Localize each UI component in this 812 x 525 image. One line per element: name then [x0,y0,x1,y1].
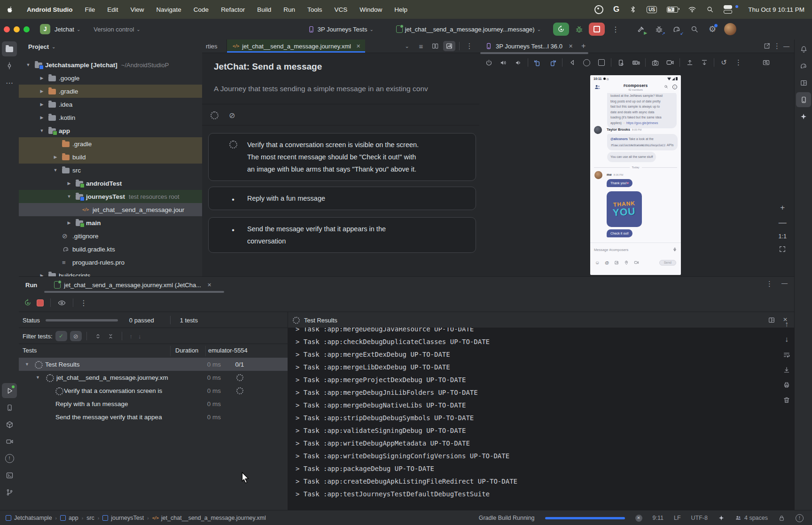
emulator-record-button[interactable] [663,56,677,69]
emoji-icon[interactable]: ☺ [595,260,600,265]
console-layout-icon[interactable] [768,316,775,324]
add-device-tab-button[interactable]: + [581,42,586,50]
run-panel-more-icon[interactable]: ⋮ [766,280,773,288]
tree-row[interactable]: </> jet_chat__send_a_message.jour [19,203,202,216]
debug-button[interactable] [572,23,586,36]
line-ending-indicator[interactable]: LF [674,515,681,521]
menu-code[interactable]: Code [194,6,209,13]
gif-icon[interactable] [634,260,639,265]
problems-tool-button[interactable]: ! [2,451,17,466]
menu-file[interactable]: File [85,6,95,13]
chat-link[interactable]: https://goo.gle/jetnews [626,121,658,125]
mention-icon[interactable]: @ [605,260,609,265]
device-tab[interactable]: 3P Journeys Test...l 36.0 ✕ [479,39,577,53]
emulator-volume-down-button[interactable] [511,56,525,69]
message-input[interactable]: Message #composers [590,243,681,256]
tree-chevron-icon[interactable]: ▶ [39,85,45,98]
zoom-out-button[interactable]: — [779,218,787,227]
emulator-reset-button[interactable]: ↺ [717,56,731,69]
test-chevron-icon[interactable]: ▼ [25,358,29,371]
open-in-window-icon[interactable] [763,42,771,50]
more-run-options-button[interactable]: ⋮ [609,23,623,36]
breadcrumb-item[interactable]: src [86,515,94,521]
zoom-level[interactable]: 1:1 [779,233,787,240]
tree-row[interactable]: ⊘ .gitignore [19,229,202,243]
build-run-button[interactable]: ▶ [634,23,648,36]
tree-chevron-icon[interactable]: ▶ [39,269,45,276]
device-explorer-tool-button[interactable] [796,75,811,90]
run-configuration-selector[interactable]: jet_chat__send_a_message.journey...messa… [396,25,541,33]
terminal-tool-button[interactable] [2,468,17,483]
cancel-build-icon[interactable]: ✕ [635,515,642,522]
tree-row[interactable]: ▼ Jetchatsample [Jetchat]~/AndroidStudio… [19,58,202,71]
watch-button[interactable] [57,298,66,307]
journey-step-card[interactable]: Verify that a conversation screen is vis… [208,133,476,181]
emulator-volume-up-button[interactable] [497,56,510,69]
project-panel-header[interactable]: Project⌄ [28,43,55,50]
scroll-to-end-button[interactable] [783,365,790,374]
tree-chevron-icon[interactable]: ▶ [52,150,59,164]
encoding-indicator[interactable]: UTF-8 [691,515,708,521]
test-row[interactable]: ▼jet_chat__send_a_message.journey.xm 0 m… [19,371,288,384]
previous-failed-test-button[interactable]: ↑ [130,333,133,340]
breadcrumb-item[interactable]: journeysTest [102,515,144,521]
test-row[interactable]: Reply with a fun message 0 ms [19,397,288,410]
device-selector[interactable]: 3P Journeys Tests⌄ [307,25,374,33]
device-manager-tool-button[interactable] [2,400,17,415]
device-tab-close-icon[interactable]: ✕ [569,43,573,49]
show-passed-toggle[interactable]: ✓ [55,331,67,341]
run-tab[interactable]: jet_chat__send_a_message.journey.xml (Je… [54,281,211,289]
emulator-upload-button[interactable] [683,56,696,69]
image-icon[interactable] [614,260,619,265]
tree-chevron-icon[interactable]: ▶ [39,111,45,124]
more-tool-windows-button[interactable]: ⋯ [2,75,17,90]
screen-record-icon[interactable] [594,5,603,14]
tree-chevron-icon[interactable]: ▼ [25,58,31,71]
tree-row[interactable]: ▶ build [19,150,202,164]
tree-chevron-icon[interactable]: ▶ [66,177,72,190]
zoom-in-button[interactable]: + [780,203,785,212]
tree-row[interactable]: ▶ buildscripts [19,269,202,276]
mic-icon[interactable] [672,247,677,252]
project-avatar[interactable]: J [40,24,50,34]
emulator-download-button[interactable] [697,56,711,69]
scroll-up-button[interactable]: ↑ [785,320,789,329]
split-editor-icon[interactable] [429,41,441,51]
clear-all-button[interactable] [783,395,790,404]
device-panel-more-icon[interactable]: ⋮ [773,42,781,50]
window-minimize-button[interactable] [14,26,20,32]
input-source-icon[interactable]: US [647,6,657,13]
emulator-power-button[interactable] [482,56,496,69]
run-tool-button[interactable] [2,383,17,398]
breadcrumb-item[interactable]: </>jet_chat__send_a_message.journey.xml [152,515,266,521]
tree-row[interactable]: ▶ .google [19,71,202,85]
test-chevron-icon[interactable]: ▼ [36,371,40,384]
emulator-rotate-left-button[interactable] [531,56,545,69]
device-panel-hide-icon[interactable]: — [783,43,789,50]
stop-process-button[interactable] [37,299,44,306]
attach-debugger-button[interactable]: ↗ [652,23,666,36]
notifications-button[interactable] [796,41,811,56]
control-center-icon[interactable] [724,5,732,14]
zoom-fit-button[interactable] [779,245,786,253]
wifi-icon[interactable] [688,5,696,14]
google-icon[interactable]: G [613,5,619,14]
emulator-settings-button[interactable] [614,56,628,69]
battery-icon[interactable]: ϟ [667,7,678,13]
location-icon[interactable] [624,260,629,265]
gradle-tool-button[interactable] [796,58,811,73]
emulator-input-button[interactable] [629,56,642,69]
vcs-selector[interactable]: Version control⌄ [94,26,140,33]
emulator-overview-button[interactable] [594,56,608,69]
tab-close-icon[interactable]: ✕ [356,43,360,49]
chat-search-icon[interactable] [664,85,668,89]
editor-list-view-icon[interactable]: ≡ [415,41,427,51]
breadcrumb-item[interactable]: Jetchatsample [6,515,52,521]
running-devices-tool-button[interactable] [796,92,811,107]
tab-gradle-properties-partial[interactable]: rties [202,39,227,53]
run-button[interactable] [553,23,569,36]
tree-chevron-icon[interactable]: ▶ [39,71,45,85]
mention-aliconors[interactable]: @aliconors [610,137,628,141]
tree-row[interactable]: ≡ proguard-rules.pro [19,256,202,269]
chat-info-icon[interactable]: i [672,85,677,89]
